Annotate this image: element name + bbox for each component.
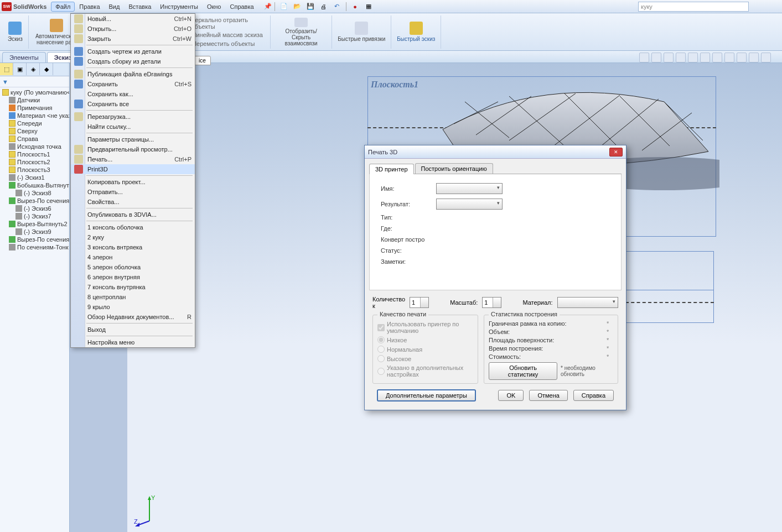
view-orient-icon[interactable] <box>724 53 734 62</box>
cancel-button[interactable]: Отмена <box>529 390 567 401</box>
menu-make-drawing[interactable]: Создать чертеж из детали <box>71 46 195 56</box>
tree-item[interactable]: Вырез-По сечениям <box>0 197 69 205</box>
menu-publish-3dvia[interactable]: Опубликовать в 3DVIA... <box>71 210 195 220</box>
menu-properties[interactable]: Свойства... <box>71 197 195 207</box>
tree-item[interactable]: Вырез-Вытянуть2 <box>0 220 69 228</box>
quality-custom-radio[interactable]: Указано в дополнительных настройках <box>377 364 473 378</box>
quantity-spinner[interactable]: 1 <box>410 297 429 308</box>
tree-item[interactable]: Бобышка-Вытянут <box>0 181 69 189</box>
rb-quicksnap[interactable]: Быстрые привязки <box>332 15 391 49</box>
menu-window[interactable]: Окно <box>203 2 226 12</box>
dialog-titlebar[interactable]: Печать 3D ✕ <box>365 145 626 159</box>
display-style-icon[interactable] <box>688 53 698 62</box>
tree-item[interactable]: Справа <box>0 135 69 143</box>
tree-item[interactable]: (-) Эскиз6 <box>0 205 69 212</box>
menu-preview[interactable]: Предварительный просмотр... <box>71 144 195 154</box>
render-icon[interactable] <box>749 53 759 62</box>
tree-item[interactable]: Плоскость1 <box>0 150 69 158</box>
menu-recent-2[interactable]: 2 куку <box>71 232 195 242</box>
menu-find-ref[interactable]: Найти ссылку... <box>71 122 195 132</box>
tree-item[interactable]: Вырез-По сечениям <box>0 236 69 243</box>
menu-save-all[interactable]: Сохранить все <box>71 99 195 109</box>
menu-recent-1[interactable]: 1 консоль оболочка <box>71 222 195 232</box>
hide-show-icon[interactable] <box>700 53 710 62</box>
scene-icon[interactable] <box>712 53 722 62</box>
menu-recent-9[interactable]: 9 крыло <box>71 302 195 312</box>
tree-item[interactable]: Сверху <box>0 127 69 135</box>
rb-showhide[interactable]: Отобразить/Скрыть взаимосвязи <box>271 15 332 49</box>
config-tab-icon[interactable]: ◈ <box>27 63 40 75</box>
tab-3d-printer[interactable]: 3D принтер <box>369 164 414 174</box>
result-combo[interactable] <box>436 199 503 210</box>
save-doc-icon[interactable]: 💾 <box>304 1 317 12</box>
appearance-icon[interactable] <box>737 53 747 62</box>
prev-view-icon[interactable] <box>664 53 674 62</box>
print-icon[interactable]: 🖨 <box>318 1 330 12</box>
use-default-check[interactable]: Использовать принтер по умолчанию <box>377 321 473 334</box>
tree-item[interactable]: Плоскость3 <box>0 166 69 174</box>
menu-save-as[interactable]: Сохранить как... <box>71 89 195 99</box>
tree-item[interactable]: (-) Эскиз9 <box>0 228 69 236</box>
new-doc-icon[interactable]: 📄 <box>278 1 290 12</box>
tree-item[interactable]: По сечениям-Тонк <box>0 243 69 251</box>
tree-item[interactable]: Материал <не указ <box>0 112 69 119</box>
menu-edit[interactable]: Правка <box>75 2 104 12</box>
tab-elements[interactable]: Элементы <box>2 52 46 62</box>
undo-icon[interactable]: ↶ <box>331 1 343 12</box>
menu-file[interactable]: Файл <box>51 2 75 12</box>
menu-view[interactable]: Вид <box>105 2 125 12</box>
menu-help[interactable]: Справка <box>225 2 258 12</box>
zoom-fit-icon[interactable] <box>639 53 649 62</box>
section-view-icon[interactable] <box>676 53 686 62</box>
menu-reload[interactable]: Перезагрузка... <box>71 112 195 122</box>
menu-publish-edrawings[interactable]: Публикация файла eDrawings <box>71 69 195 79</box>
quality-normal-radio[interactable]: Нормальная <box>377 346 473 353</box>
quality-low-radio[interactable]: Низкое <box>377 336 473 343</box>
menu-close[interactable]: ЗакрытьCtrl+W <box>71 34 195 44</box>
scale-spinner[interactable]: 1 <box>482 297 501 308</box>
menu-print3d[interactable]: Print3D <box>71 164 195 174</box>
tree-item[interactable]: (-) Эскиз8 <box>0 189 69 197</box>
menu-copy-project[interactable]: Копировать проект... <box>71 177 195 187</box>
settings-icon[interactable] <box>761 53 771 62</box>
menu-new[interactable]: Новый...Ctrl+N <box>71 14 195 24</box>
rb-quicksketch[interactable]: Быстрый эскиз <box>391 15 441 49</box>
menu-page-setup[interactable]: Параметры страницы... <box>71 134 195 144</box>
rb-sketch[interactable]: Эскиз <box>2 15 29 49</box>
menu-recent-7[interactable]: 7 консоль внутрянка <box>71 282 195 292</box>
menu-open[interactable]: Открыть...Ctrl+O <box>71 24 195 34</box>
more-params-button[interactable]: Дополнительные параметры <box>377 389 476 401</box>
menu-recent-6[interactable]: 6 элерон внутрняя <box>71 272 195 282</box>
menu-recent-4[interactable]: 4 элерон <box>71 252 195 262</box>
tree-item[interactable]: Датчики <box>0 96 69 104</box>
ok-button[interactable]: OK <box>498 390 524 401</box>
rebuild-icon[interactable]: ● <box>349 1 361 12</box>
filter-bar[interactable]: ▼ <box>0 76 69 87</box>
printer-name-combo[interactable] <box>436 183 503 194</box>
pin-icon[interactable]: 📌 <box>264 3 272 10</box>
quality-high-radio[interactable]: Высокое <box>377 355 473 362</box>
tree-root[interactable]: куку (По умолчанию< <box>0 88 69 96</box>
menu-recent-8[interactable]: 8 центроплан <box>71 292 195 302</box>
menu-tools[interactable]: Инструменты <box>156 2 203 12</box>
menu-exit[interactable]: Выход <box>71 325 195 335</box>
tree-item[interactable]: Спереди <box>0 119 69 127</box>
close-button[interactable]: ✕ <box>609 148 623 157</box>
tab-build-orientation[interactable]: Построить ориентацию <box>415 163 493 174</box>
viewport-tab[interactable]: ice <box>194 56 211 65</box>
tree-item[interactable]: (-) Эскиз1 <box>0 174 69 181</box>
tree-item[interactable]: Примечания <box>0 104 69 112</box>
tree-item[interactable]: (-) Эскиз7 <box>0 212 69 220</box>
property-tab-icon[interactable]: ▣ <box>13 63 27 75</box>
material-combo[interactable] <box>557 297 618 308</box>
menu-save[interactable]: СохранитьCtrl+S <box>71 79 195 89</box>
tree-item[interactable]: Исходная точка <box>0 143 69 150</box>
menu-print[interactable]: Печать...Ctrl+P <box>71 154 195 164</box>
search-input[interactable] <box>638 2 749 12</box>
menu-insert[interactable]: Вставка <box>124 2 156 12</box>
help-button[interactable]: Справка <box>573 390 614 401</box>
options-icon[interactable]: ▦ <box>362 1 375 12</box>
menu-recent-5[interactable]: 5 элерон оболочка <box>71 262 195 272</box>
zoom-area-icon[interactable] <box>651 53 661 62</box>
menu-make-assembly[interactable]: Создать сборку из детали <box>71 56 195 66</box>
